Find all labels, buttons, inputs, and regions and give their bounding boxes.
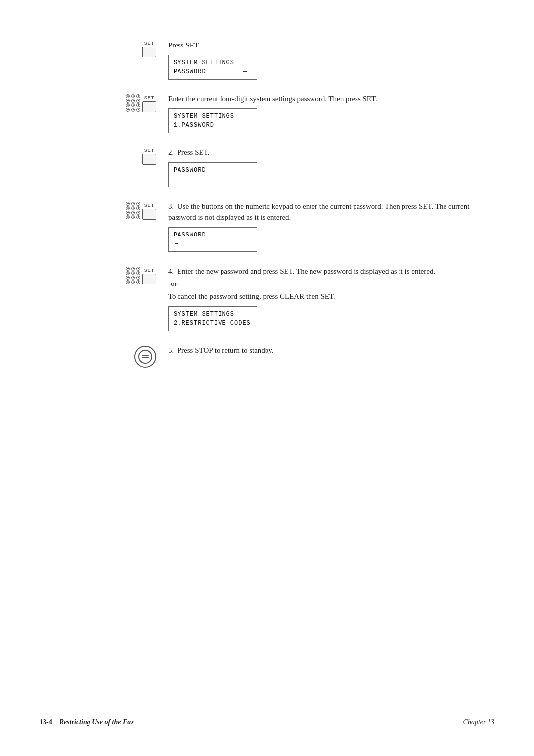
set-label-5: SET [144,268,155,273]
set-button-icon-1: SET [142,41,156,57]
keypad-icon-2 [126,202,140,219]
footer-chapter-title: Restricting Use of the Fax [59,718,134,726]
step-press-set-1: SET Press SET. SYSTEM SETTINGSPASSWORD [89,40,494,80]
set-box-3 [142,154,156,165]
lcd-display-2: SYSTEM SETTINGS1.PASSWORD [168,108,257,133]
keypad-icon-3 [126,267,140,284]
set-box-5 [142,274,156,284]
set-box-2 [142,101,156,112]
step-enter-new-password: SET 4. Enter the new password and press … [89,266,494,331]
step-text-1: Press SET. [168,40,494,51]
footer-right: Chapter 13 [463,718,494,726]
step-number-4: 3. [168,202,178,210]
set-label-2: SET [144,95,155,100]
footer-left: 13-4 Restricting Use of the Fax [40,718,134,726]
text-col-2: Enter the current four-digit system sett… [168,94,494,134]
steps-container: SET Press SET. SYSTEM SETTINGSPASSWORD [89,40,494,368]
keypad-with-set-3: SET [126,267,156,284]
step-text-3: 2. Press SET. [168,147,494,158]
step-enter-current-password: SET 3. Use the buttons on the numeric ke… [89,201,494,252]
lcd-display-3: PASSWORD [168,162,257,187]
footer: 13-4 Restricting Use of the Fax Chapter … [40,714,494,726]
lcd-display-4: PASSWORD [168,227,257,252]
stop-inner-circle [138,350,152,364]
footer-chapter-ref: Chapter 13 [463,718,494,726]
icon-col-3: SET [89,147,168,165]
step-text-4: 3. Use the buttons on the numeric keypad… [168,201,494,223]
set-button-icon-4: SET [142,203,156,220]
icon-col-5: SET [89,266,168,284]
step-text-5: 4. Enter the new password and press SET.… [168,266,494,277]
text-col-4: 3. Use the buttons on the numeric keypad… [168,201,494,252]
text-col-3: 2. Press SET. PASSWORD [168,147,494,187]
lcd-display-5: SYSTEM SETTINGS2.RESTRICTIVE CODES [168,306,257,331]
step-text-2: Enter the current four-digit system sett… [168,94,494,105]
step-press-set-2: SET 2. Press SET. PASSWORD [89,147,494,187]
set-label-3: SET [144,148,155,153]
text-col-5: 4. Enter the new password and press SET.… [168,266,494,331]
cancel-text: To cancel the password setting, press CL… [168,291,494,302]
set-button-icon-2: SET [142,95,156,112]
page: SET Press SET. SYSTEM SETTINGSPASSWORD [0,0,534,756]
step-number-3: 2. [168,148,178,156]
step-press-stop: 5. Press STOP to return to standby. [89,345,494,368]
set-box-4 [142,209,156,220]
keypad-icon-1 [126,94,140,112]
set-button-icon-3: SET [142,148,156,165]
icon-col-1: SET [89,40,168,57]
content-area: SET Press SET. SYSTEM SETTINGSPASSWORD [89,40,494,368]
stop-button-icon [134,346,156,368]
text-col-6: 5. Press STOP to return to standby. [168,345,494,356]
set-label-1: SET [144,41,155,46]
text-col-1: Press SET. SYSTEM SETTINGSPASSWORD [168,40,494,80]
keypad-with-set-1: SET [126,94,156,112]
footer-page-num: 13-4 [40,718,52,726]
lcd-display-1: SYSTEM SETTINGSPASSWORD [168,55,257,80]
icon-col-6 [89,345,168,368]
step-text-6: 5. Press STOP to return to standby. [168,345,494,356]
icon-col-4: SET [89,201,168,220]
set-box-1 [142,47,156,57]
step-number-5: 4. [168,267,178,275]
icon-col-2: SET [89,94,168,112]
set-button-icon-5: SET [142,268,156,284]
set-label-4: SET [144,203,155,208]
or-text: -or- [168,280,494,288]
step-number-6: 5. [168,346,178,354]
step-enter-password: SET Enter the current four-digit system … [89,94,494,134]
keypad-with-set-2: SET [126,202,156,220]
